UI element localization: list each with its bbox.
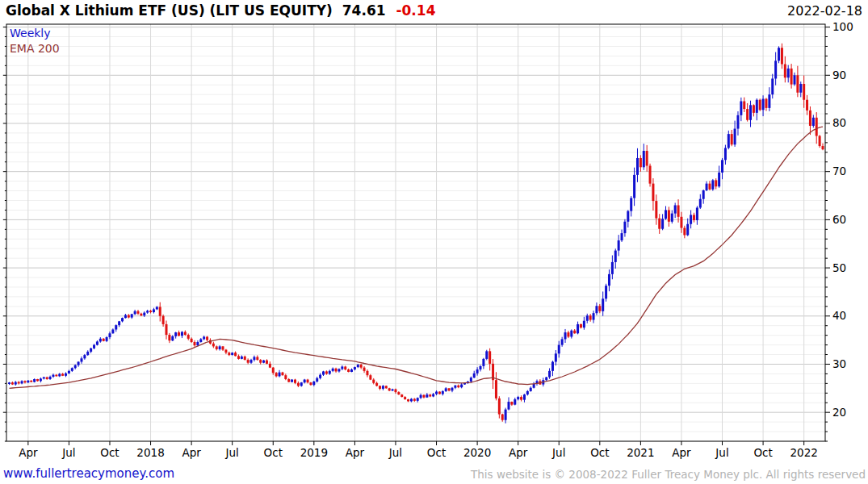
svg-text:40: 40 xyxy=(832,309,846,322)
svg-text:70: 70 xyxy=(832,165,846,177)
svg-text:Oct: Oct xyxy=(264,446,283,459)
svg-text:Apr: Apr xyxy=(346,446,365,459)
svg-text:Jul: Jul xyxy=(715,446,728,459)
svg-text:20: 20 xyxy=(832,406,846,419)
last-price: 74.61 xyxy=(342,2,386,19)
chart-title: Global X Lithium ETF (US) (LIT US EQUITY… xyxy=(6,2,333,19)
svg-text:Apr: Apr xyxy=(509,446,528,459)
svg-text:2021: 2021 xyxy=(627,446,654,459)
svg-text:100: 100 xyxy=(832,20,853,33)
price-change: -0.14 xyxy=(396,2,435,19)
svg-text:Jul: Jul xyxy=(551,446,565,459)
svg-text:2018: 2018 xyxy=(136,446,164,459)
svg-text:Oct: Oct xyxy=(590,446,609,459)
svg-text:50: 50 xyxy=(832,261,846,274)
svg-text:60: 60 xyxy=(832,213,846,226)
svg-text:Apr: Apr xyxy=(182,446,201,459)
minor-gridlines xyxy=(6,37,825,441)
svg-text:Apr: Apr xyxy=(672,446,691,459)
svg-text:Jul: Jul xyxy=(61,446,75,459)
x-axis: AprJulOct2018AprJulOct2019AprJulOct2020A… xyxy=(19,441,818,459)
svg-text:Oct: Oct xyxy=(753,446,772,459)
legend-timeframe: Weekly xyxy=(10,26,60,41)
price-chart-canvas: 2030405060708090100AprJulOct2018AprJulOc… xyxy=(0,0,868,484)
chart-page: { "header": { "title": "Global X Lithium… xyxy=(0,0,868,484)
legend-ema-200: EMA 200 xyxy=(10,41,60,56)
svg-text:Oct: Oct xyxy=(427,446,446,459)
chart-legend: Weekly EMA 200 xyxy=(10,26,60,56)
chart-date: 2022-02-18 xyxy=(787,3,862,19)
ema-200-line xyxy=(10,127,824,388)
copyright-text: This website is © 2008-2022 Fuller Treac… xyxy=(471,468,866,481)
website-link[interactable]: www.fullertreacymoney.com xyxy=(3,466,174,481)
svg-text:2022: 2022 xyxy=(790,446,817,459)
svg-text:Oct: Oct xyxy=(100,446,119,459)
svg-text:2020: 2020 xyxy=(463,446,491,459)
svg-text:30: 30 xyxy=(832,357,846,370)
svg-text:2019: 2019 xyxy=(300,446,328,459)
candles-layer xyxy=(8,44,824,424)
svg-text:80: 80 xyxy=(832,116,846,129)
chart-header: Global X Lithium ETF (US) (LIT US EQUITY… xyxy=(6,2,435,19)
svg-text:90: 90 xyxy=(832,69,846,81)
svg-text:Apr: Apr xyxy=(19,446,38,459)
plot-border xyxy=(6,24,825,441)
svg-text:Jul: Jul xyxy=(225,446,239,459)
svg-text:Jul: Jul xyxy=(388,446,402,459)
